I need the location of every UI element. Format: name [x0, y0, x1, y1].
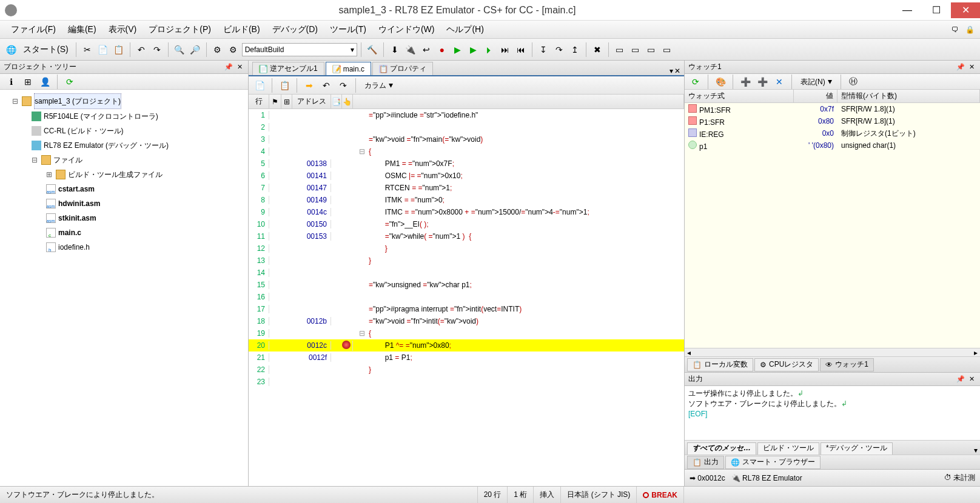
etb2-icon[interactable]: 📋	[277, 78, 292, 93]
stepin-icon[interactable]: ↧	[536, 42, 551, 57]
watch-notation-button[interactable]: 表記(N) ▾	[797, 76, 836, 87]
output-pin-icon[interactable]: 📌	[956, 375, 965, 384]
win1-icon[interactable]: ▭	[612, 42, 627, 57]
watch-palette-icon[interactable]: 🎨	[713, 75, 728, 89]
maximize-button[interactable]: ☐	[922, 2, 951, 18]
output-body[interactable]: ユーザ操作により停止しました。↲ ソフトウエア・ブレークにより停止しました。↲ …	[685, 386, 980, 440]
globe-icon[interactable]: 🌐	[4, 42, 18, 57]
build-config-select[interactable]: DefaultBuild▾	[242, 43, 357, 56]
copy-icon[interactable]: 📄	[96, 42, 110, 57]
menu-tool[interactable]: ツール(T)	[324, 22, 372, 38]
tab-close-icon[interactable]: ✕	[674, 67, 680, 75]
tree-cstart[interactable]: cstart.asm	[58, 182, 95, 196]
tab-cpureg[interactable]: ⚙ CPUレジスタ	[754, 358, 819, 371]
output-close-icon[interactable]: ✕	[967, 375, 976, 384]
watch-pin-icon[interactable]: 📌	[956, 62, 965, 72]
findnext-icon[interactable]: 🔎	[188, 42, 203, 57]
project-tree[interactable]: ⊟sample1_3 (プロジェクト) R5F104LE (マイクロコントローラ…	[0, 90, 248, 486]
stepout-icon[interactable]: ↥	[568, 42, 582, 57]
column-button[interactable]: カラム ▾	[361, 80, 397, 91]
feedback-icon[interactable]: 🗨	[950, 24, 961, 35]
tree-hdwinit[interactable]: hdwinit.asm	[58, 196, 100, 211]
otab-menu-icon[interactable]: ▾	[974, 446, 978, 455]
tree-emu[interactable]: RL78 EZ Emulator (デバッグ・ツール)	[44, 138, 169, 153]
watch-del-icon[interactable]: ✕	[772, 75, 787, 89]
undo-icon[interactable]: ↶	[134, 42, 149, 57]
hammer-icon[interactable]: 🔨	[365, 42, 380, 57]
menu-help[interactable]: ヘルプ(H)	[440, 22, 489, 38]
stop-icon[interactable]: ●	[435, 42, 449, 57]
tree-refresh-icon[interactable]: ⟳	[62, 75, 77, 89]
run-icon[interactable]: ▶	[451, 42, 465, 57]
menu-build[interactable]: ビルド(B)	[217, 22, 266, 38]
start-button[interactable]: スタート(S)	[19, 44, 72, 55]
tab-watch1[interactable]: 👁 ウォッチ1	[820, 358, 874, 371]
tree-btn2-icon[interactable]: ⊞	[21, 75, 35, 89]
redo-icon[interactable]: ↷	[150, 42, 164, 57]
menubar: ファイル(F) 編集(E) 表示(V) プロジェクト(P) ビルド(B) デバッ…	[0, 21, 980, 39]
watch-add2-icon[interactable]: ➕	[755, 75, 770, 89]
tab-localvars[interactable]: 📋 ローカル変数	[687, 358, 753, 371]
etb-arrow-icon[interactable]: ➡	[302, 78, 317, 93]
menu-project[interactable]: プロジェクト(P)	[143, 22, 217, 38]
watch-grid[interactable]: PM1:SFR0x7fSFR[R/W 1.8](1)P1:SFR0x80SFR[…	[685, 103, 980, 348]
tab-prop[interactable]: 📋プロパティ	[372, 62, 433, 75]
menu-file[interactable]: ファイル(F)	[5, 22, 62, 38]
otab-debug[interactable]: *デバッグ・ツール	[821, 442, 893, 455]
menu-debug[interactable]: デバッグ(D)	[266, 22, 324, 38]
status-pc: ➡ 0x0012c	[690, 474, 725, 482]
tree-cc[interactable]: CC-RL (ビルド・ツール)	[44, 124, 124, 138]
win3-icon[interactable]: ▭	[644, 42, 659, 57]
tree-files[interactable]: ファイル	[53, 153, 82, 167]
menu-edit[interactable]: 編集(E)	[62, 22, 102, 38]
otab-all[interactable]: すべてのメッセ…	[687, 442, 756, 455]
bp-del-icon[interactable]: ✖	[590, 42, 605, 57]
fast-icon[interactable]: ⏭	[498, 42, 512, 57]
tree-buildgen[interactable]: ビルド・ツール生成ファイル	[68, 167, 163, 182]
close-button[interactable]: ✕	[951, 2, 980, 18]
pin-icon[interactable]: 📌	[224, 62, 233, 72]
bottomtab-smart[interactable]: 🌐 スマート・ブラウザー	[725, 456, 821, 469]
tab-disasm[interactable]: 📄逆アセンブル1	[252, 62, 324, 75]
watch-close-icon[interactable]: ✕	[967, 62, 976, 72]
tree-mcu[interactable]: R5F104LE (マイクロコントローラ)	[44, 109, 158, 124]
tree-mainc[interactable]: main.c	[58, 225, 81, 240]
watch-col-val: 値	[794, 90, 837, 102]
tree-stkinit[interactable]: stkinit.asm	[58, 211, 96, 225]
run2-icon[interactable]: ▶	[466, 42, 481, 57]
win2-icon[interactable]: ▭	[628, 42, 643, 57]
connect-icon[interactable]: 🔌	[403, 42, 418, 57]
close-panel-icon[interactable]: ✕	[235, 62, 244, 72]
watch-title: ウォッチ1	[688, 62, 722, 72]
watch-add-icon[interactable]: ➕	[738, 75, 753, 89]
rebuild-icon[interactable]: ⚙	[226, 42, 241, 57]
watch-refresh-icon[interactable]: ⟳	[688, 75, 703, 89]
etb1-icon[interactable]: 📄	[252, 78, 267, 93]
watch-hex-icon[interactable]: Ⓗ	[846, 75, 861, 89]
reset-icon[interactable]: ↩	[419, 42, 434, 57]
minimize-button[interactable]: —	[893, 2, 922, 18]
menu-view[interactable]: 表示(V)	[102, 22, 143, 38]
run3-icon[interactable]: ⏵	[482, 42, 497, 57]
tree-root[interactable]: sample1_3 (プロジェクト)	[34, 93, 121, 109]
tab-dropdown-icon[interactable]: ▾	[670, 67, 673, 75]
tree-btn3-icon[interactable]: 👤	[38, 75, 52, 89]
win4-icon[interactable]: ▭	[660, 42, 674, 57]
paste-icon[interactable]: 📋	[112, 42, 126, 57]
tab-main[interactable]: 📝main.c	[326, 62, 371, 75]
dl-icon[interactable]: ⬇	[388, 42, 402, 57]
build-icon[interactable]: ⚙	[210, 42, 225, 57]
etb-undo-icon[interactable]: ↶	[319, 78, 334, 93]
lock-icon[interactable]: 🔒	[964, 24, 975, 35]
otab-build[interactable]: ビルド・ツール	[757, 442, 819, 455]
code-editor[interactable]: 1="pp">#include ="str">"iodefine.h"23="k…	[249, 109, 684, 486]
find-icon[interactable]: 🔍	[172, 42, 187, 57]
bottomtab-output[interactable]: 📋 出力	[687, 456, 724, 469]
tree-btn1-icon[interactable]: ℹ	[4, 75, 18, 89]
tree-iodef[interactable]: iodefine.h	[58, 240, 90, 255]
stepover-icon[interactable]: ↷	[552, 42, 566, 57]
rewind-icon[interactable]: ⏮	[514, 42, 528, 57]
cut-icon[interactable]: ✂	[80, 42, 95, 57]
etb-redo-icon[interactable]: ↷	[336, 78, 351, 93]
menu-window[interactable]: ウインドウ(W)	[372, 22, 441, 38]
